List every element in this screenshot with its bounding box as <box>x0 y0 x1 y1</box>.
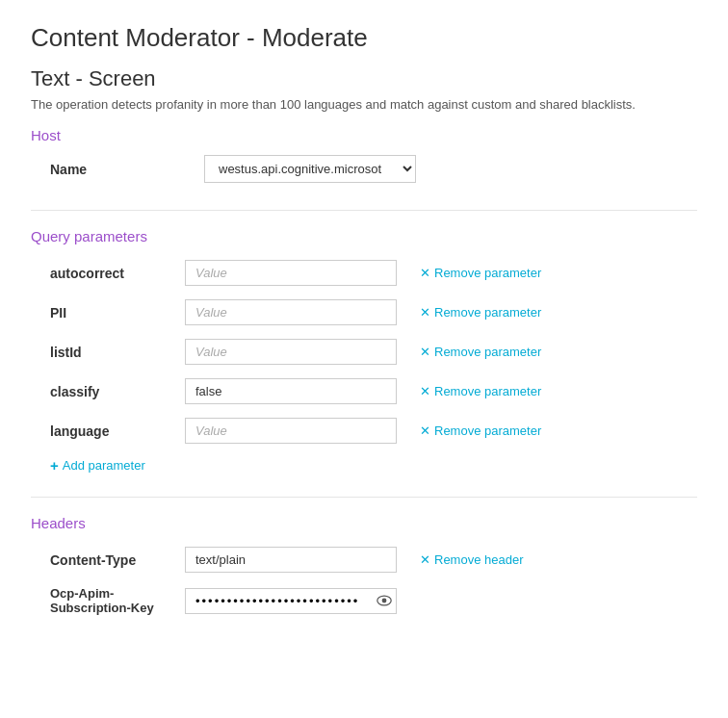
page-description: The operation detects profanity in more … <box>31 97 697 112</box>
param-label-autocorrect: autocorrect <box>50 266 185 281</box>
x-icon-listid: ✕ <box>420 345 430 359</box>
add-parameter-label: Add parameter <box>63 458 145 473</box>
param-label-language: language <box>50 423 185 439</box>
add-parameter-button[interactable]: + Add parameter <box>50 457 145 474</box>
param-input-pii[interactable] <box>185 299 397 325</box>
param-input-listid[interactable] <box>185 339 397 365</box>
host-label: Host <box>31 127 697 143</box>
eye-icon <box>377 593 392 608</box>
divider-1 <box>31 210 697 211</box>
x-icon-language: ✕ <box>420 423 430 438</box>
header-input-content-type[interactable] <box>185 547 397 573</box>
host-section: Host Name westus.api.cognitive.microsot <box>31 127 697 183</box>
x-icon-pii: ✕ <box>420 305 430 320</box>
query-label: Query parameters <box>31 228 697 244</box>
host-name-select[interactable]: westus.api.cognitive.microsot <box>204 155 416 183</box>
remove-param-autocorrect[interactable]: ✕ Remove parameter <box>420 266 541 280</box>
divider-2 <box>31 497 697 498</box>
remove-header-content-type[interactable]: ✕ Remove header <box>420 552 524 567</box>
param-row-language: language ✕ Remove parameter <box>31 418 697 444</box>
header-row-content-type: Content-Type ✕ Remove header <box>31 547 697 573</box>
header-label-content-type: Content-Type <box>50 552 185 568</box>
param-row-classify: classify ✕ Remove parameter <box>31 378 697 404</box>
toggle-visibility-button[interactable] <box>373 593 396 608</box>
page-title: Content Moderator - Moderate <box>31 23 697 53</box>
header-input-ocp-key[interactable] <box>186 589 373 613</box>
host-name-label: Name <box>50 162 204 177</box>
header-row-ocp-key: Ocp-Apim-Subscription-Key <box>31 586 697 615</box>
remove-param-pii[interactable]: ✕ Remove parameter <box>420 305 541 320</box>
svg-point-1 <box>382 599 387 603</box>
ocp-key-wrapper <box>185 588 397 614</box>
headers-label: Headers <box>31 515 697 531</box>
query-section: Query parameters autocorrect ✕ Remove pa… <box>31 228 697 474</box>
remove-param-classify[interactable]: ✕ Remove parameter <box>420 384 541 398</box>
param-input-classify[interactable] <box>185 378 397 404</box>
x-icon-classify: ✕ <box>420 384 430 398</box>
remove-param-listid-label: Remove parameter <box>434 345 541 359</box>
param-label-listid: listId <box>50 345 185 360</box>
remove-param-autocorrect-label: Remove parameter <box>434 266 541 280</box>
remove-param-language[interactable]: ✕ Remove parameter <box>420 423 541 438</box>
x-icon-content-type: ✕ <box>420 552 430 567</box>
remove-param-pii-label: Remove parameter <box>434 305 541 320</box>
remove-param-listid[interactable]: ✕ Remove parameter <box>420 345 541 359</box>
param-input-language[interactable] <box>185 418 397 444</box>
param-input-autocorrect[interactable] <box>185 260 397 286</box>
param-row-autocorrect: autocorrect ✕ Remove parameter <box>31 260 697 286</box>
remove-param-classify-label: Remove parameter <box>434 384 541 398</box>
remove-header-content-type-label: Remove header <box>434 552 524 567</box>
header-label-ocp-key: Ocp-Apim-Subscription-Key <box>50 586 185 615</box>
page-subtitle: Text - Screen <box>31 66 697 91</box>
x-icon-autocorrect: ✕ <box>420 266 430 280</box>
remove-param-language-label: Remove parameter <box>434 423 541 438</box>
plus-icon: + <box>50 457 59 474</box>
param-row-pii: PII ✕ Remove parameter <box>31 299 697 325</box>
param-row-listid: listId ✕ Remove parameter <box>31 339 697 365</box>
param-label-pii: PII <box>50 305 185 321</box>
param-label-classify: classify <box>50 384 185 399</box>
headers-section: Headers Content-Type ✕ Remove header Ocp… <box>31 515 697 615</box>
host-name-row: Name westus.api.cognitive.microsot <box>31 155 697 183</box>
